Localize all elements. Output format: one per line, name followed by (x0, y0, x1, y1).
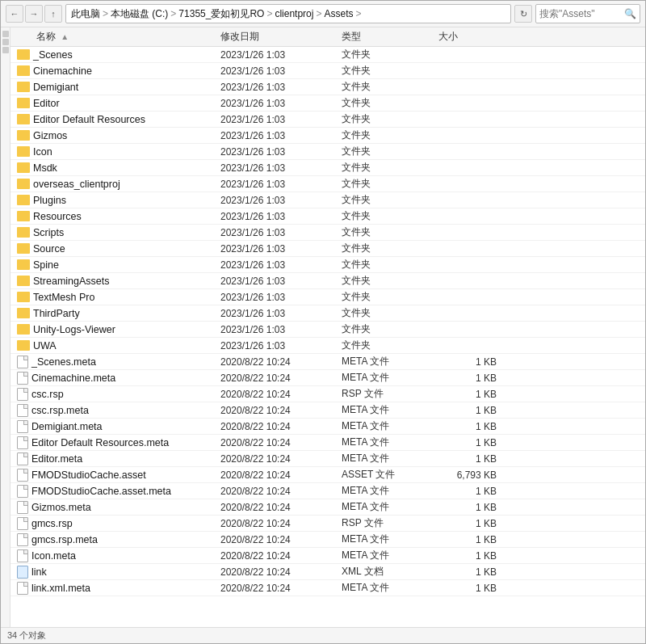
table-row[interactable]: Source 2023/1/26 1:03 文件夹 (10, 241, 645, 257)
file-name-label: Demigiant.meta (31, 421, 103, 432)
table-row[interactable]: Editor Default Resources.meta 2020/8/22 … (10, 435, 645, 451)
table-row[interactable]: Cinemachine.meta 2020/8/22 10:24 META 文件… (10, 370, 645, 386)
path-segment-drive[interactable]: 本地磁盘 (C:) (111, 7, 168, 21)
table-row[interactable]: Unity-Logs-Viewer 2023/1/26 1:03 文件夹 (10, 322, 645, 338)
forward-button[interactable]: → (25, 5, 43, 23)
table-row[interactable]: Gizmos.meta 2020/8/22 10:24 META 文件 1 KB (10, 499, 645, 516)
col-header-date[interactable]: 修改日期 (220, 30, 342, 44)
file-name-label: Editor Default Resources (33, 114, 145, 125)
table-row[interactable]: Editor.meta 2020/8/22 10:24 META 文件 1 KB (10, 451, 645, 467)
file-type-cell: META 文件 (342, 500, 438, 514)
table-row[interactable]: StreamingAssets 2023/1/26 1:03 文件夹 (10, 273, 645, 289)
table-row[interactable]: Gizmos 2023/1/26 1:03 文件夹 (10, 128, 645, 144)
file-name-label: Unity-Logs-Viewer (33, 324, 115, 335)
table-row[interactable]: link.xml.meta 2020/8/22 10:24 META 文件 1 … (10, 580, 645, 596)
path-sep-3: > (266, 8, 272, 19)
file-date-cell: 2023/1/26 1:03 (220, 211, 342, 222)
file-size-cell: 1 KB (438, 405, 503, 416)
table-row[interactable]: Demigiant 2023/1/26 1:03 文件夹 (10, 79, 645, 95)
table-row[interactable]: link 2020/8/22 10:24 XML 文档 1 KB (10, 564, 645, 580)
file-date-cell: 2023/1/26 1:03 (220, 98, 342, 109)
col-header-name[interactable]: 名称 ▲ (10, 30, 220, 44)
table-row[interactable]: Cinemachine 2023/1/26 1:03 文件夹 (10, 63, 645, 79)
file-name-label: Resources (33, 211, 82, 222)
table-row[interactable]: Icon 2023/1/26 1:03 文件夹 (10, 144, 645, 160)
file-name-cell: Editor Default Resources (10, 114, 220, 125)
table-row[interactable]: gmcs.rsp.meta 2020/8/22 10:24 META 文件 1 … (10, 532, 645, 548)
table-row[interactable]: UWA 2023/1/26 1:03 文件夹 (10, 338, 645, 354)
table-row[interactable]: _Scenes 2023/1/26 1:03 文件夹 (10, 47, 645, 63)
file-date-cell: 2020/8/22 10:24 (220, 534, 342, 545)
table-row[interactable]: Editor Default Resources 2023/1/26 1:03 … (10, 112, 645, 128)
file-name-cell: Gizmos (10, 130, 220, 141)
file-name-cell: FMODStudioCache.asset (10, 469, 220, 482)
file-type-cell: RSP 文件 (342, 516, 438, 530)
file-type-cell: 文件夹 (342, 161, 438, 175)
table-row[interactable]: Resources 2023/1/26 1:03 文件夹 (10, 208, 645, 225)
table-row[interactable]: csc.rsp 2020/8/22 10:24 RSP 文件 1 KB (10, 386, 645, 402)
link-icon (17, 566, 28, 579)
path-segment-assets[interactable]: Assets (324, 8, 353, 19)
back-button[interactable]: ← (6, 5, 23, 23)
col-header-size[interactable]: 大小 (438, 30, 503, 44)
file-name-cell: Gizmos.meta (10, 501, 220, 514)
table-row[interactable]: Icon.meta 2020/8/22 10:24 META 文件 1 KB (10, 548, 645, 564)
file-date-cell: 2020/8/22 10:24 (220, 518, 342, 529)
col-header-type[interactable]: 类型 (342, 30, 438, 44)
file-explorer-window: ← → ↑ 此电脑 > 本地磁盘 (C:) > 71355_爱如初见RO > c… (0, 0, 646, 644)
table-row[interactable]: Demigiant.meta 2020/8/22 10:24 META 文件 1… (10, 419, 645, 435)
address-path[interactable]: 此电脑 > 本地磁盘 (C:) > 71355_爱如初见RO > clientp… (65, 4, 511, 23)
file-size-cell: 1 KB (438, 389, 503, 400)
file-date-cell: 2020/8/22 10:24 (220, 469, 342, 481)
file-name-label: csc.rsp.meta (31, 405, 89, 416)
table-row[interactable]: ThirdParty 2023/1/26 1:03 文件夹 (10, 305, 645, 322)
path-sep-5: > (355, 8, 361, 19)
table-row[interactable]: _Scenes.meta 2020/8/22 10:24 META 文件 1 K… (10, 354, 645, 370)
file-size-cell: 1 KB (438, 518, 503, 529)
file-date-cell: 2023/1/26 1:03 (220, 162, 342, 174)
file-size-cell: 1 KB (438, 502, 503, 513)
file-name-label: StreamingAssets (33, 276, 109, 287)
table-row[interactable]: csc.rsp.meta 2020/8/22 10:24 META 文件 1 K… (10, 402, 645, 419)
folder-icon (17, 130, 30, 141)
table-row[interactable]: overseas_clientproj 2023/1/26 1:03 文件夹 (10, 176, 645, 192)
file-date-cell: 2020/8/22 10:24 (220, 550, 342, 562)
table-row[interactable]: gmcs.rsp 2020/8/22 10:24 RSP 文件 1 KB (10, 516, 645, 532)
folder-icon (17, 211, 30, 221)
refresh-button[interactable]: ↻ (514, 5, 532, 23)
file-size-cell: 1 KB (438, 373, 503, 384)
path-segment-clientproj[interactable]: clientproj (275, 8, 313, 19)
main-content: 名称 ▲ 修改日期 类型 大小 _Scenes 2023/1/26 1:03 文… (1, 27, 645, 627)
file-date-cell: 2023/1/26 1:03 (220, 146, 342, 158)
file-name-label: Plugins (33, 195, 66, 206)
file-date-cell: 2023/1/26 1:03 (220, 49, 342, 61)
table-row[interactable]: Scripts 2023/1/26 1:03 文件夹 (10, 225, 645, 241)
search-input[interactable] (539, 8, 624, 19)
path-segment-project-root[interactable]: 71355_爱如初见RO (178, 7, 264, 21)
file-name-label: Msdk (33, 162, 57, 174)
file-name-label: Scripts (33, 227, 64, 238)
file-date-cell: 2023/1/26 1:03 (220, 65, 342, 77)
file-name-cell: link.xml.meta (10, 582, 220, 595)
file-date-cell: 2023/1/26 1:03 (220, 114, 342, 125)
table-row[interactable]: Spine 2023/1/26 1:03 文件夹 (10, 257, 645, 273)
file-name-cell: Demigiant (10, 82, 220, 93)
file-name-label: gmcs.rsp (31, 518, 73, 529)
up-button[interactable]: ↑ (44, 5, 62, 23)
file-date-cell: 2020/8/22 10:24 (220, 453, 342, 465)
file-date-cell: 2023/1/26 1:03 (220, 243, 342, 255)
table-row[interactable]: FMODStudioCache.asset 2020/8/22 10:24 AS… (10, 467, 645, 483)
file-size-cell: 1 KB (438, 421, 503, 432)
search-box[interactable]: 🔍 (535, 4, 640, 23)
table-row[interactable]: Editor 2023/1/26 1:03 文件夹 (10, 95, 645, 112)
file-date-cell: 2023/1/26 1:03 (220, 340, 342, 351)
folder-icon (17, 114, 30, 124)
path-segment-computer[interactable]: 此电脑 (71, 7, 100, 21)
table-row[interactable]: FMODStudioCache.asset.meta 2020/8/22 10:… (10, 483, 645, 499)
table-row[interactable]: Msdk 2023/1/26 1:03 文件夹 (10, 160, 645, 176)
file-date-cell: 2023/1/26 1:03 (220, 292, 342, 303)
file-size-cell: 1 KB (438, 486, 503, 497)
table-row[interactable]: Plugins 2023/1/26 1:03 文件夹 (10, 192, 645, 208)
file-name-cell: Source (10, 243, 220, 255)
table-row[interactable]: TextMesh Pro 2023/1/26 1:03 文件夹 (10, 289, 645, 305)
